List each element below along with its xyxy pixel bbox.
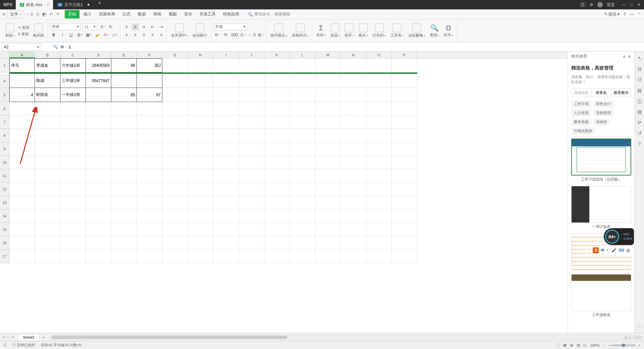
cell-F7[interactable]	[137, 115, 162, 129]
spreadsheet-grid[interactable]: A B C D E F G H I J K L M N O P 1 序号 李成名…	[0, 52, 568, 333]
cell-K5[interactable]	[264, 88, 290, 102]
fx-icon[interactable]: fx	[61, 45, 64, 49]
cell-E8[interactable]	[111, 129, 137, 142]
italic-button[interactable]: I	[59, 32, 66, 38]
row-header-13[interactable]: 13	[0, 196, 9, 209]
cell-I10[interactable]	[213, 156, 239, 169]
sheet-tab-1[interactable]: Sheet1	[18, 334, 40, 340]
cell-O9[interactable]	[366, 142, 392, 156]
cell-H7[interactable]	[188, 115, 213, 129]
align-right-button[interactable]: ≡	[141, 32, 147, 38]
sheet-nav-prev[interactable]: ‹	[6, 335, 8, 339]
cell-G16[interactable]	[162, 236, 188, 250]
cell-I5[interactable]	[213, 88, 239, 102]
cell-O8[interactable]	[366, 129, 392, 142]
template-filter-search[interactable]: 搜索模板	[572, 89, 591, 97]
cell-C7[interactable]	[60, 115, 86, 129]
cell-I12[interactable]	[213, 183, 239, 196]
cell-P9[interactable]	[392, 142, 417, 156]
zoom-slider[interactable]	[608, 345, 635, 346]
system-monitor-overlay[interactable]: 84% ↑ 0K/s ↓ 0.3K/s	[604, 228, 634, 245]
cell-H15[interactable]	[188, 223, 213, 236]
cell-N11[interactable]	[341, 169, 366, 183]
filter-button[interactable]: 筛选	[329, 23, 341, 39]
tpl-cat-inventory[interactable]: 供销存	[593, 118, 610, 126]
expand-icon[interactable]: ⌃	[638, 12, 641, 17]
cell-J8[interactable]	[239, 129, 264, 142]
cell-N1[interactable]	[341, 58, 366, 72]
cell-F11[interactable]	[137, 169, 162, 183]
cell-L14[interactable]	[290, 209, 315, 223]
notification-badge[interactable]: 2	[580, 2, 586, 7]
cell-E1[interactable]: 98	[111, 58, 137, 72]
cell-L4[interactable]	[290, 74, 315, 88]
cell-P12[interactable]	[392, 183, 417, 196]
user-avatar[interactable]	[597, 2, 603, 7]
increase-font-button[interactable]: A⁺	[99, 23, 106, 30]
cell-E4[interactable]	[111, 74, 137, 88]
cell-M13[interactable]	[315, 196, 341, 209]
cell-A12[interactable]	[9, 183, 35, 196]
cell-K1[interactable]	[264, 58, 290, 72]
cell-H5[interactable]	[188, 88, 213, 102]
cell-M10[interactable]	[315, 156, 341, 169]
ribbon-tab-data[interactable]: 数据	[135, 10, 149, 18]
cell-H10[interactable]	[188, 156, 213, 169]
menu-hamburger-icon[interactable]: ≡	[3, 12, 5, 17]
select-all-corner[interactable]	[0, 52, 9, 58]
cell-E15[interactable]	[111, 223, 137, 236]
cell-K16[interactable]	[264, 236, 290, 250]
cell-P8[interactable]	[392, 129, 417, 142]
cell-I16[interactable]	[213, 236, 239, 250]
cell-K17[interactable]	[264, 250, 290, 263]
cell-P15[interactable]	[392, 223, 417, 236]
col-header-H[interactable]: H	[188, 52, 213, 58]
col-header-E[interactable]: E	[111, 52, 137, 58]
cell-G15[interactable]	[162, 223, 188, 236]
cell-G9[interactable]	[162, 142, 188, 156]
cell-N17[interactable]	[341, 250, 366, 263]
cell-L15[interactable]	[290, 223, 315, 236]
cell-I1[interactable]	[213, 58, 239, 72]
cell-M4[interactable]	[315, 74, 341, 88]
cell-G17[interactable]	[162, 250, 188, 263]
bold-button[interactable]: B	[50, 32, 57, 38]
row-header-5[interactable]: 5	[0, 88, 9, 102]
cell-A4[interactable]	[9, 74, 35, 88]
cell-K10[interactable]	[264, 156, 290, 169]
cell-A6[interactable]	[9, 102, 35, 115]
doc-tab-2[interactable]: W 文字文稿1	[53, 0, 94, 9]
cell-C5[interactable]: 一年级1班	[60, 88, 86, 102]
save-as-icon[interactable]: ⎘	[31, 12, 33, 17]
col-header-P[interactable]: P	[392, 52, 417, 58]
cell-H8[interactable]	[188, 129, 213, 142]
find-button[interactable]: 🔍查找	[428, 23, 440, 38]
cell-K15[interactable]	[264, 223, 290, 236]
tpl-cat-workplan[interactable]: 工作计划	[571, 100, 591, 107]
align-left-button[interactable]: ≡	[123, 32, 130, 38]
cell-P10[interactable]	[392, 156, 417, 169]
row-header-8[interactable]: 8	[0, 129, 9, 142]
history-icon[interactable]: ↺	[637, 130, 643, 136]
cell-F16[interactable]	[137, 236, 162, 250]
cell-F15[interactable]	[137, 223, 162, 236]
cell-P6[interactable]	[392, 102, 417, 115]
cell-D6[interactable]	[86, 102, 111, 115]
cell-M14[interactable]	[315, 209, 341, 223]
cell-D14[interactable]	[86, 209, 111, 223]
doc-tab-1[interactable]: S 姓名.xlsx	[16, 0, 53, 9]
gift-icon[interactable]: ⚙	[590, 2, 593, 7]
cell-N5[interactable]	[341, 88, 366, 102]
cell-J4[interactable]	[239, 74, 264, 88]
doc-protect-status[interactable]: 🛡 文档已保护	[12, 343, 35, 348]
cell-B16[interactable]	[35, 236, 60, 250]
cell-L12[interactable]	[290, 183, 315, 196]
cell-C1[interactable]: 六年级1班	[60, 58, 86, 72]
col-header-M[interactable]: M	[315, 52, 341, 58]
cell-C8[interactable]	[60, 129, 86, 142]
select-tool-icon[interactable]: ↖	[637, 55, 643, 61]
col-header-F[interactable]: F	[137, 52, 162, 58]
cell-B15[interactable]	[35, 223, 60, 236]
close-button[interactable]: ✕	[637, 2, 641, 7]
cell-I13[interactable]	[213, 196, 239, 209]
